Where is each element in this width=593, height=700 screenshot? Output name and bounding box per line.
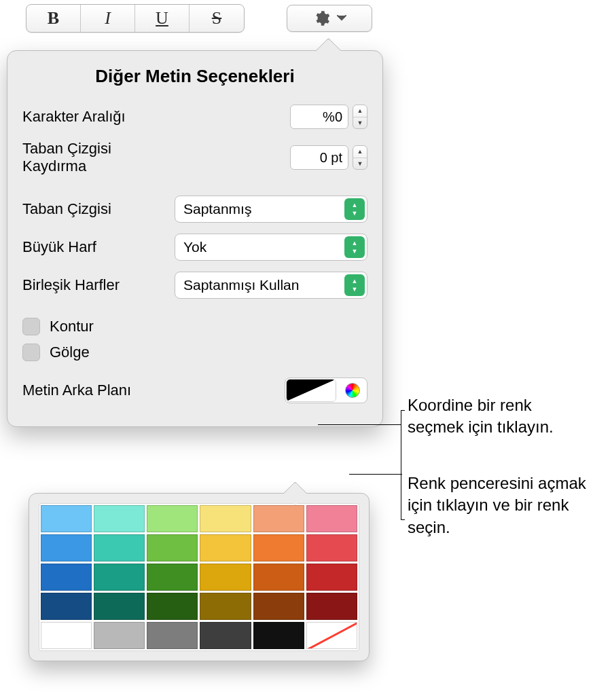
color-swatch[interactable]: [94, 622, 145, 649]
color-swatch[interactable]: [306, 505, 357, 532]
outline-label: Kontur: [50, 318, 94, 335]
callout-line: [401, 410, 401, 519]
chevron-down-icon: [337, 15, 346, 22]
color-swatch[interactable]: [41, 622, 92, 649]
color-swatch[interactable]: [41, 593, 92, 620]
color-swatch[interactable]: [200, 534, 251, 561]
color-swatch[interactable]: [253, 534, 304, 561]
color-wheel-button[interactable]: [339, 379, 366, 402]
capitalization-popup[interactable]: Yok ▲▼: [175, 234, 367, 261]
more-text-options-button[interactable]: [287, 5, 372, 32]
baseline-label: Taban Çizgisi: [22, 200, 165, 218]
capitalization-value: Yok: [183, 239, 206, 255]
character-spacing-step-buttons[interactable]: ▲ ▼: [353, 105, 367, 129]
color-swatch[interactable]: [147, 505, 198, 532]
gear-icon: [312, 10, 330, 27]
shadow-label: Gölge: [50, 344, 90, 361]
ligatures-label: Birleşik Harfler: [22, 276, 165, 294]
color-swatch[interactable]: [200, 622, 251, 649]
baseline-shift-label: Taban Çizgisi Kaydırma: [22, 140, 165, 175]
baseline-shift-stepper[interactable]: ▲ ▼: [290, 145, 367, 170]
ligatures-popup[interactable]: Saptanmışı Kullan ▲▼: [175, 272, 367, 299]
baseline-shift-input[interactable]: [290, 145, 348, 170]
callout-line: [349, 474, 402, 475]
popup-arrows-icon: ▲▼: [344, 274, 365, 296]
baseline-row: Taban Çizgisi Saptanmış ▲▼: [7, 190, 382, 228]
color-swatch[interactable]: [94, 534, 145, 561]
text-style-toolbar: B I U S: [26, 4, 372, 33]
color-swatch[interactable]: [94, 564, 145, 591]
color-swatch[interactable]: [253, 505, 304, 532]
character-spacing-stepper[interactable]: ▲ ▼: [290, 105, 367, 129]
color-swatch[interactable]: [253, 564, 304, 591]
baseline-popup[interactable]: Saptanmış ▲▼: [175, 196, 367, 223]
capitalization-row: Büyük Harf Yok ▲▼: [7, 228, 382, 266]
callout-line: [401, 410, 405, 411]
text-background-label: Metin Arka Planı: [22, 382, 179, 399]
callout-color-wheel: Renk penceresini açmak için tıklayın ve …: [408, 473, 591, 538]
color-swatch[interactable]: [253, 622, 304, 649]
color-swatch-grid: [39, 503, 359, 651]
color-swatch[interactable]: [306, 534, 357, 561]
shadow-row: Gölge: [7, 339, 382, 365]
ligatures-row: Birleşik Harfler Saptanmışı Kullan ▲▼: [7, 266, 382, 304]
callout-color-well: Koordine bir renk seçmek için tıklayın.: [408, 394, 591, 439]
color-swatch[interactable]: [253, 593, 304, 620]
character-spacing-input[interactable]: [290, 105, 348, 129]
baseline-value: Saptanmış: [183, 201, 251, 217]
chevron-up-icon[interactable]: ▲: [353, 146, 367, 158]
color-swatch-popover: [29, 493, 370, 661]
color-swatch[interactable]: [147, 622, 198, 649]
color-swatch[interactable]: [200, 593, 251, 620]
swatch-none[interactable]: [306, 622, 357, 649]
strikethrough-button[interactable]: S: [190, 5, 244, 32]
color-swatch[interactable]: [306, 593, 357, 620]
character-spacing-row: Karakter Aralığı ▲ ▼: [7, 99, 382, 134]
chevron-up-icon[interactable]: ▲: [353, 105, 367, 117]
popup-arrows-icon: ▲▼: [344, 236, 365, 258]
more-text-options-popover: Diğer Metin Seçenekleri Karakter Aralığı…: [7, 50, 383, 427]
color-swatch[interactable]: [200, 505, 251, 532]
callout-line: [401, 519, 405, 520]
chevron-down-icon[interactable]: ▼: [353, 117, 367, 129]
color-swatch[interactable]: [147, 593, 198, 620]
color-swatch[interactable]: [41, 505, 92, 532]
font-style-segmented: B I U S: [26, 4, 245, 33]
chevron-down-icon[interactable]: ▼: [353, 158, 367, 170]
shadow-checkbox[interactable]: [22, 344, 40, 361]
color-swatch[interactable]: [94, 593, 145, 620]
color-swatch[interactable]: [306, 564, 357, 591]
ligatures-value: Saptanmışı Kullan: [183, 277, 299, 293]
text-background-color-well[interactable]: [286, 379, 336, 402]
italic-button[interactable]: I: [81, 5, 135, 32]
text-background-color-controls: [285, 377, 367, 403]
underline-button[interactable]: U: [135, 5, 190, 32]
bold-button[interactable]: B: [26, 5, 81, 32]
color-swatch[interactable]: [200, 564, 251, 591]
popup-arrows-icon: ▲▼: [344, 198, 365, 220]
color-wheel-icon: [345, 383, 360, 398]
character-spacing-label: Karakter Aralığı: [22, 108, 165, 126]
color-swatch[interactable]: [41, 534, 92, 561]
color-swatch[interactable]: [94, 505, 145, 532]
capitalization-label: Büyük Harf: [22, 238, 165, 256]
baseline-shift-step-buttons[interactable]: ▲ ▼: [353, 145, 367, 170]
color-swatch[interactable]: [41, 564, 92, 591]
color-swatch[interactable]: [147, 534, 198, 561]
callout-line: [318, 424, 401, 425]
popover-title: Diğer Metin Seçenekleri: [7, 51, 382, 99]
outline-checkbox[interactable]: [22, 318, 40, 335]
text-background-row: Metin Arka Planı: [7, 372, 382, 409]
outline-row: Kontur: [7, 314, 382, 339]
color-swatch[interactable]: [147, 564, 198, 591]
baseline-shift-row: Taban Çizgisi Kaydırma ▲ ▼: [7, 134, 382, 181]
